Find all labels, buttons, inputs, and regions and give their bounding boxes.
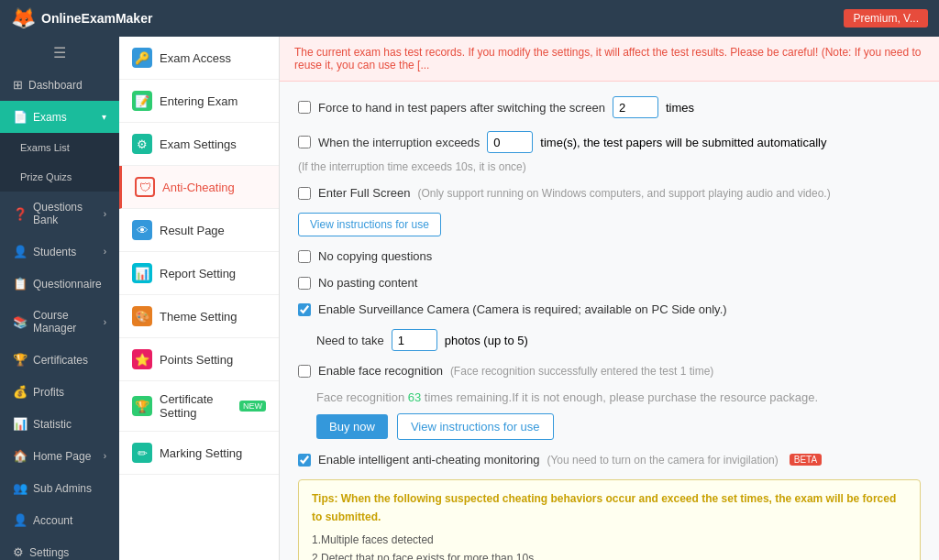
- sec-item-label: Marking Setting: [160, 446, 242, 460]
- sidebar-item-questionnaire[interactable]: 📋 Questionnaire: [0, 268, 119, 300]
- sidebar-item-settings[interactable]: ⚙ Settings: [0, 536, 119, 560]
- sidebar-item-label: Course Manager: [33, 309, 98, 335]
- sidebar-item-label: Home Page: [33, 450, 91, 463]
- sidebar-item-certificates[interactable]: 🏆 Certificates: [0, 344, 119, 376]
- need-take-label: Need to take: [316, 334, 384, 347]
- secondary-sidebar: 🔑 Exam Access 📝 Entering Exam ⚙ Exam Set…: [119, 37, 280, 560]
- exam-access-icon: 🔑: [132, 48, 152, 68]
- no-copying-checkbox[interactable]: [298, 250, 311, 263]
- sec-item-marking-setting[interactable]: ✏ Marking Setting: [119, 432, 279, 475]
- sidebar-item-course-manager[interactable]: 📚 Course Manager ›: [0, 300, 119, 344]
- sec-item-label: Report Setting: [160, 267, 236, 280]
- sec-item-report-setting[interactable]: 📊 Report Setting: [119, 252, 279, 295]
- marking-setting-icon: ✏: [132, 443, 152, 463]
- intelligent-gray: (You need to turn on the camera for invi…: [547, 454, 778, 467]
- buy-now-row: Buy now View instructions for use: [316, 413, 921, 440]
- main-content: The current exam has test records. If yo…: [280, 37, 939, 560]
- admins-icon: 👥: [13, 481, 28, 495]
- result-page-icon: 👁: [132, 220, 152, 240]
- fullscreen-label: Enter Full Screen: [318, 186, 410, 200]
- premium-badge: Premium, V...: [844, 9, 928, 27]
- screen-switch-checkbox[interactable]: [298, 101, 311, 114]
- exam-settings-icon: ⚙: [132, 134, 152, 154]
- fullscreen-checkbox[interactable]: [298, 187, 311, 200]
- sidebar-item-statistic[interactable]: 📊 Statistic: [0, 408, 119, 440]
- menu-icon[interactable]: ☰: [0, 37, 119, 69]
- photos-input[interactable]: [392, 329, 437, 351]
- face-recog-checkbox[interactable]: [298, 365, 311, 378]
- sidebar-item-label: Questions Bank: [33, 201, 98, 226]
- sidebar-item-dashboard[interactable]: ⊞ Dashboard: [0, 69, 119, 101]
- sidebar-item-label: Questionnaire: [33, 278, 102, 291]
- buy-now-button[interactable]: Buy now: [316, 414, 388, 439]
- tips-box: Tips: When the following suspected cheat…: [298, 479, 921, 560]
- face-recog-count: 63: [408, 390, 421, 404]
- surveillance-checkbox[interactable]: [298, 303, 311, 316]
- surveillance-row: Enable Surveillance Camera (Camera is re…: [298, 302, 921, 316]
- new-badge: NEW: [239, 401, 266, 412]
- sidebar-item-profits[interactable]: 💰 Profits: [0, 376, 119, 408]
- beta-badge: BETA: [790, 454, 822, 466]
- content-area: Force to hand in test papers after switc…: [280, 82, 939, 560]
- home-icon: 🏠: [13, 449, 28, 463]
- exams-icon: 📄: [13, 110, 28, 124]
- need-take-suffix: photos (up to 5): [445, 334, 528, 347]
- view-instructions-button2[interactable]: View instructions for use: [397, 413, 554, 440]
- sidebar-item-prize-quizs[interactable]: Prize Quizs: [0, 162, 119, 192]
- interruption-label: When the interruption exceeds: [318, 136, 480, 149]
- sec-item-entering-exam[interactable]: 📝 Entering Exam: [119, 80, 279, 123]
- instructions-row: View instructions for use: [298, 213, 921, 236]
- sec-item-label: Points Setting: [160, 353, 233, 367]
- sidebar-item-label: Certificates: [33, 354, 88, 367]
- sec-item-certificate-setting[interactable]: 🏆 Certificate Setting NEW: [119, 381, 279, 432]
- sec-item-result-page[interactable]: 👁 Result Page: [119, 209, 279, 252]
- report-setting-icon: 📊: [132, 263, 152, 283]
- sec-item-points-setting[interactable]: ⭐ Points Setting: [119, 338, 279, 381]
- sidebar-item-home-page[interactable]: 🏠 Home Page ›: [0, 440, 119, 472]
- no-pasting-row: No pasting content: [298, 276, 921, 290]
- sec-item-label: Exam Access: [160, 51, 231, 65]
- interruption-row: When the interruption exceeds time(s), t…: [298, 131, 921, 173]
- interruption-input[interactable]: [487, 131, 533, 153]
- surveillance-label: Enable Surveillance Camera (Camera is re…: [318, 302, 727, 316]
- entering-exam-icon: 📝: [132, 91, 152, 111]
- sidebar-item-label: Exams: [33, 111, 67, 124]
- sec-item-anti-cheating[interactable]: 🛡 Anti-Cheating: [119, 166, 279, 209]
- sidebar-item-sub-admins[interactable]: 👥 Sub Admins: [0, 472, 119, 504]
- warning-banner: The current exam has test records. If yo…: [280, 37, 939, 82]
- photos-row: Need to take photos (up to 5): [316, 329, 921, 351]
- account-icon: 👤: [13, 513, 28, 527]
- intelligent-checkbox[interactable]: [298, 454, 311, 467]
- sec-item-label: Entering Exam: [160, 94, 238, 108]
- face-recog-label: Enable face recognition: [318, 364, 443, 378]
- theme-setting-icon: 🎨: [132, 306, 152, 326]
- dashboard-icon: ⊞: [13, 78, 23, 92]
- exams-list-label: Exams List: [20, 142, 70, 153]
- no-pasting-checkbox[interactable]: [298, 277, 311, 290]
- sidebar-item-questions-bank[interactable]: ❓ Questions Bank ›: [0, 192, 119, 236]
- sec-item-theme-setting[interactable]: 🎨 Theme Setting: [119, 295, 279, 338]
- no-copying-label: No copying questions: [318, 249, 432, 263]
- sidebar-item-label: Sub Admins: [33, 482, 92, 495]
- sidebar-item-label: Account: [33, 514, 72, 527]
- interruption-checkbox[interactable]: [298, 136, 311, 148]
- cert-icon: 🏆: [13, 353, 28, 367]
- sidebar-item-exams[interactable]: 📄 Exams ▾: [0, 101, 119, 133]
- sidebar-item-account[interactable]: 👤 Account: [0, 504, 119, 536]
- sec-item-exam-access[interactable]: 🔑 Exam Access: [119, 37, 279, 80]
- sidebar-item-label: Profits: [33, 386, 64, 399]
- screen-switch-input[interactable]: [613, 96, 658, 118]
- questionnaire-icon: 📋: [13, 277, 28, 291]
- topbar: 🦊 OnlineExamMaker Premium, V...: [0, 0, 939, 37]
- view-instructions-button[interactable]: View instructions for use: [298, 213, 441, 236]
- fullscreen-row: Enter Full Screen (Only support running …: [298, 186, 921, 200]
- sec-item-label: Theme Setting: [160, 310, 238, 324]
- logo-text: OnlineExamMaker: [41, 11, 152, 26]
- face-recog-row: Enable face recognition (Face recognitio…: [298, 364, 921, 378]
- sidebar-item-students[interactable]: 👤 Students ›: [0, 236, 119, 268]
- sidebar-item-exams-list[interactable]: Exams List: [0, 133, 119, 162]
- interruption-gray: (If the interruption time exceeds 10s, i…: [298, 160, 526, 173]
- prize-quizs-label: Prize Quizs: [20, 171, 72, 182]
- sec-item-exam-settings[interactable]: ⚙ Exam Settings: [119, 123, 279, 166]
- screen-switch-suffix: times: [666, 101, 694, 115]
